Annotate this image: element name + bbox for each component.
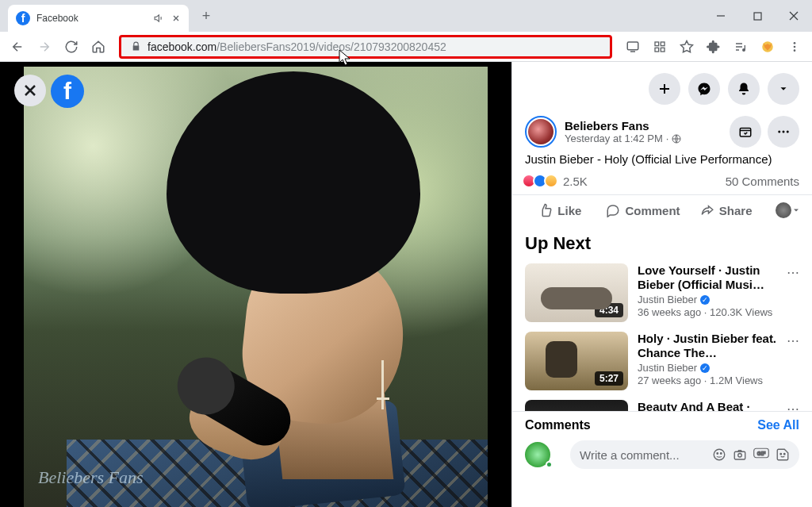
svg-point-11 [794,49,796,52]
upnext-item[interactable]: Beauty And A Beat · ⋯ [512,395,812,411]
messenger-button[interactable] [688,73,720,105]
svg-point-18 [717,453,718,455]
gif-icon[interactable]: GIF [753,447,769,459]
video-menu-button[interactable]: ⋯ [787,400,799,411]
svg-rect-6 [661,48,665,52]
bookmark-star-icon[interactable] [676,36,698,58]
svg-point-10 [794,45,796,48]
fox-ext-icon[interactable] [756,36,779,58]
browser-toolbar: facebook.com/BeliebersFans2019/videos/21… [0,32,812,62]
video-thumbnail[interactable] [525,400,628,411]
svg-rect-4 [661,42,665,46]
upnext-item[interactable]: 5:27 Holy · Justin Bieber feat. Chance T… [512,327,812,395]
post-caption: Justin Bieber - Holy (Official Live Perf… [512,148,812,171]
video-thumbnail[interactable]: 5:27 [525,332,628,390]
globe-icon [672,134,681,144]
reaction-icons[interactable] [525,174,558,188]
sidebar: Beliebers Fans Yesterday at 1:42 PM · Ju… [511,62,812,507]
minimize-button[interactable] [703,0,739,32]
svg-rect-1 [754,13,761,20]
svg-rect-3 [655,42,659,46]
extensions-icon[interactable] [703,36,725,58]
video-thumbnail[interactable]: 4:34 [525,263,628,322]
cast-icon[interactable] [622,36,644,58]
svg-point-9 [794,42,796,44]
reaction-count[interactable]: 2.5K [563,175,588,188]
save-video-button[interactable] [730,116,761,148]
notifications-button[interactable] [728,73,760,105]
share-button[interactable]: Share [684,198,768,222]
post-menu-button[interactable] [768,116,799,148]
emoji-icon[interactable] [712,447,726,462]
music-ext-icon[interactable] [730,36,752,58]
svg-point-24 [780,454,782,455]
reload-button[interactable] [60,36,82,58]
svg-point-16 [787,131,789,133]
url-text: facebook.com/BeliebersFans2019/videos/21… [147,40,446,53]
close-tab-icon[interactable] [171,13,181,23]
video-menu-button[interactable]: ⋯ [787,332,799,348]
tab-audio-icon[interactable] [154,13,165,24]
comment-count[interactable]: 50 Comments [726,175,799,188]
close-video-button[interactable] [14,75,46,106]
video-author[interactable]: Justin Bieber✓ [638,294,777,305]
svg-rect-5 [655,48,659,52]
video-meta: 27 weeks ago · 1.2M Views [638,374,777,386]
video-meta: 36 weeks ago · 120.3K Views [638,306,777,318]
svg-rect-20 [734,451,745,459]
window-controls [703,0,812,32]
facebook-logo[interactable]: f [51,75,84,108]
back-button[interactable] [6,36,29,58]
upnext-item[interactable]: 4:34 Love Yourself · Justin Bieber (Offi… [512,259,812,327]
video-player[interactable]: f Beliebers Fans [0,62,511,507]
new-tab-button[interactable]: + [193,3,219,29]
address-bar[interactable]: facebook.com/BeliebersFans2019/videos/21… [119,35,612,59]
comment-input[interactable]: Write a comment... GIF [570,440,799,469]
online-indicator [546,461,553,468]
author-avatar[interactable] [525,116,557,148]
video-title[interactable]: Holy · Justin Bieber feat. Chance The… [638,332,777,360]
apps-icon[interactable] [649,36,671,58]
svg-point-25 [784,454,786,455]
share-as-dropdown[interactable] [768,198,806,222]
post-timestamp[interactable]: Yesterday at 1:42 PM · [565,133,681,144]
sticker-icon[interactable] [776,447,790,462]
facebook-favicon: f [16,11,30,25]
video-author[interactable]: Justin Bieber✓ [638,362,777,374]
video-frame: Beliebers Fans [24,67,488,507]
svg-point-21 [738,454,742,458]
like-button[interactable]: Like [519,198,602,222]
svg-point-15 [783,131,785,133]
svg-rect-13 [740,129,751,137]
forward-button [33,36,56,58]
tab-title: Facebook [36,13,147,24]
svg-point-19 [721,453,722,455]
comments-heading: Comments [525,418,591,432]
video-title[interactable]: Beauty And A Beat · [638,400,777,411]
comment-button[interactable]: Comment [602,198,685,222]
lock-icon [131,41,141,52]
svg-point-17 [714,449,725,460]
see-all-link[interactable]: See All [757,418,799,432]
titlebar: f Facebook + [0,0,812,32]
verified-badge-icon: ✓ [700,295,710,305]
create-button[interactable] [649,73,680,105]
camera-icon[interactable] [733,447,747,462]
browser-tab[interactable]: f Facebook [8,5,189,32]
video-watermark: Beliebers Fans [38,467,144,488]
chrome-menu-icon[interactable] [783,36,806,58]
upnext-list: 4:34 Love Yourself · Justin Bieber (Offi… [512,259,812,411]
maximize-button[interactable] [739,0,776,32]
video-title[interactable]: Love Yourself · Justin Bieber (Official … [638,263,777,292]
svg-point-14 [778,131,780,133]
verified-badge-icon: ✓ [700,363,710,373]
svg-text:GIF: GIF [757,451,766,456]
home-button[interactable] [87,36,109,58]
svg-rect-2 [627,42,638,50]
video-menu-button[interactable]: ⋯ [787,263,799,280]
cursor-pointer [339,49,353,67]
upnext-heading: Up Next [512,225,812,259]
author-name[interactable]: Beliebers Fans [565,119,681,133]
close-window-button[interactable] [776,0,812,32]
account-dropdown[interactable] [768,73,799,105]
